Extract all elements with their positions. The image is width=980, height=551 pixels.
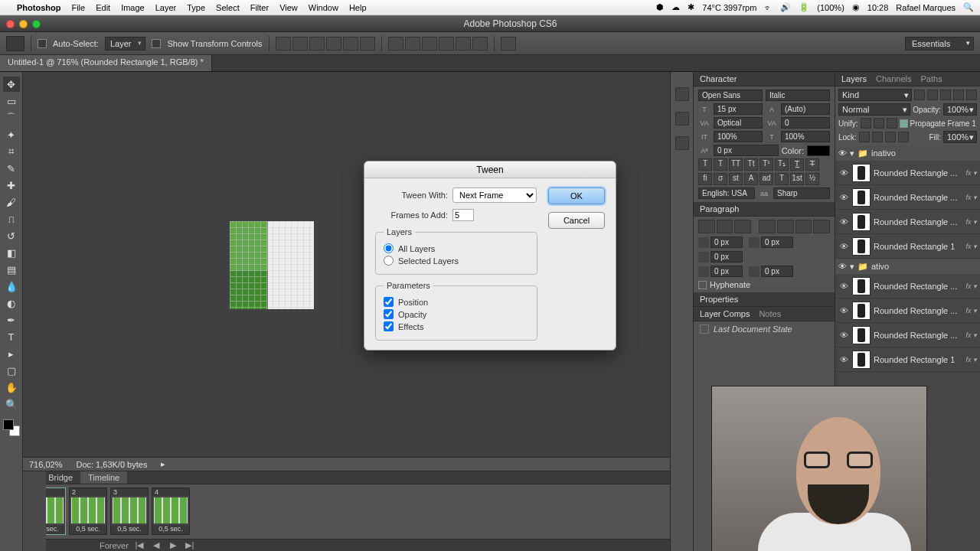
dist-right-icon[interactable] <box>472 37 488 51</box>
align-hcenter-icon[interactable] <box>343 37 358 51</box>
justify-left-button[interactable] <box>759 220 776 233</box>
align-right-button[interactable] <box>734 220 751 233</box>
eye-icon[interactable]: 👁 <box>838 193 849 202</box>
lasso-tool[interactable]: ⌒ <box>3 110 20 126</box>
indent-first[interactable]: 0 px <box>710 251 743 262</box>
eye-icon[interactable]: 👁 <box>838 148 847 158</box>
gradient-tool[interactable]: ▤ <box>3 262 20 277</box>
bold-button[interactable]: T <box>698 158 712 171</box>
subscript-button[interactable]: T₁ <box>775 158 789 171</box>
underline-button[interactable]: T̲ <box>790 158 804 171</box>
filter-kind[interactable]: Kind <box>838 89 912 101</box>
zoom-window[interactable] <box>32 20 41 28</box>
menu-help[interactable]: Help <box>349 3 367 12</box>
eye-icon[interactable]: 👁 <box>838 168 849 178</box>
dist-top-icon[interactable] <box>388 37 403 51</box>
unify-visibility-icon[interactable] <box>874 118 884 129</box>
space-before[interactable]: 0 px <box>710 266 743 277</box>
wifi-icon[interactable]: ᯤ <box>764 3 773 12</box>
ok-button[interactable]: OK <box>548 187 605 204</box>
unify-style-icon[interactable] <box>887 118 897 129</box>
shape-tool[interactable]: ▢ <box>3 363 20 378</box>
minimize-window[interactable] <box>19 20 28 28</box>
align-center-button[interactable] <box>717 220 733 233</box>
color-swatches[interactable] <box>3 419 20 436</box>
menu-view[interactable]: View <box>279 3 298 12</box>
menu-window[interactable]: Window <box>309 3 338 12</box>
frame-2[interactable]: 2 0,5 sec. <box>69 487 107 535</box>
play-icon[interactable]: ▶ <box>167 540 179 550</box>
fill-field[interactable]: 100% <box>943 131 977 143</box>
opacity-checkbox[interactable] <box>384 309 394 319</box>
stamp-tool[interactable]: ⎍ <box>3 211 20 227</box>
layer-item[interactable]: 👁Rounded Rectangle ...fx ▾ <box>835 210 980 234</box>
align-left-button[interactable] <box>698 220 715 233</box>
opacity-field[interactable]: 100% <box>943 103 977 116</box>
dropbox-icon[interactable]: ⬢ <box>656 2 664 12</box>
layercomp-apply-icon[interactable] <box>700 324 709 334</box>
dist-left-icon[interactable] <box>439 37 454 51</box>
font-family[interactable]: Open Sans <box>698 90 763 101</box>
justify-right-button[interactable] <box>795 220 812 233</box>
menu-image[interactable]: Image <box>121 3 145 12</box>
cloud-icon[interactable]: ☁ <box>671 2 680 12</box>
layer-thumb[interactable] <box>852 164 871 182</box>
justify-center-button[interactable] <box>777 220 794 233</box>
type-tool[interactable]: T <box>3 329 20 344</box>
align-right-icon[interactable] <box>360 37 375 51</box>
dodge-tool[interactable]: ◐ <box>3 295 20 311</box>
status-arrow-icon[interactable]: ▸ <box>161 459 165 469</box>
hand-tool[interactable]: ✋ <box>3 380 20 395</box>
clock[interactable]: 10:28 <box>867 3 889 12</box>
menu-select[interactable]: Select <box>216 3 240 12</box>
history-panel-icon[interactable] <box>675 87 689 101</box>
position-checkbox[interactable] <box>384 297 394 307</box>
dist-vcenter-icon[interactable] <box>405 37 420 51</box>
layercomps-row[interactable]: Last Document State <box>694 321 835 337</box>
hyphenate-checkbox[interactable] <box>698 281 707 289</box>
brush-tool[interactable]: 🖌 <box>3 194 20 210</box>
lock-position-icon[interactable] <box>885 132 896 142</box>
menu-file[interactable]: File <box>71 3 85 12</box>
battery-icon[interactable]: 🔋 <box>799 2 809 12</box>
layer-item[interactable]: 👁Rounded Rectangle ...fx ▾ <box>835 185 980 210</box>
cancel-button[interactable]: Cancel <box>548 212 605 229</box>
disclosure-icon[interactable]: ▾ <box>850 262 854 272</box>
tool-presets-panel-icon[interactable] <box>675 136 689 150</box>
indent-left[interactable]: 0 px <box>710 236 743 248</box>
layer-item[interactable]: 👁Rounded Rectangle ...fx ▾ <box>835 161 980 185</box>
first-frame-icon[interactable]: |◀ <box>133 540 145 550</box>
actions-panel-icon[interactable] <box>675 112 689 126</box>
zoom-level[interactable]: 716,02% <box>29 460 62 469</box>
timeline-tab[interactable]: Timeline <box>80 471 127 484</box>
eyedropper-tool[interactable]: ✎ <box>3 161 20 176</box>
layer-group[interactable]: 👁▾📁ativo <box>835 259 980 274</box>
3d-mode-icon[interactable] <box>501 37 516 51</box>
propagate-checkbox[interactable] <box>900 119 908 128</box>
show-transform-checkbox[interactable] <box>152 39 161 48</box>
layers-tab[interactable]: Layers <box>841 74 867 83</box>
document-tab[interactable]: Untitled-1 @ 716% (Rounded Rectangle 1, … <box>0 55 212 71</box>
hscale[interactable]: 100% <box>781 131 830 142</box>
app-menu[interactable]: Photoshop <box>17 3 60 12</box>
lock-transparent-icon[interactable] <box>859 132 870 142</box>
dist-hcenter-icon[interactable] <box>456 37 471 51</box>
eye-icon[interactable]: 👁 <box>838 262 847 271</box>
history-brush-tool[interactable]: ↺ <box>3 228 20 243</box>
pen-tool[interactable]: ✒ <box>3 312 20 328</box>
marquee-tool[interactable]: ▭ <box>3 93 20 109</box>
layer-group[interactable]: 👁▾📁inativo <box>835 145 980 161</box>
user-name[interactable]: Rafael Marques <box>896 3 956 12</box>
menu-filter[interactable]: Filter <box>250 3 269 12</box>
close-window[interactable] <box>6 20 15 28</box>
sync-icon[interactable]: ◉ <box>852 2 860 12</box>
layer-item[interactable]: 👁Rounded Rectangle ...fx ▾ <box>835 274 980 298</box>
tool-preset[interactable] <box>6 36 24 51</box>
path-select-tool[interactable]: ▸ <box>3 346 20 361</box>
superscript-button[interactable]: T¹ <box>760 158 773 171</box>
align-bottom-icon[interactable] <box>309 37 325 51</box>
eraser-tool[interactable]: ◧ <box>3 245 20 260</box>
text-color-swatch[interactable] <box>807 145 830 156</box>
channels-tab[interactable]: Channels <box>876 74 911 83</box>
strike-button[interactable]: T̶ <box>805 158 819 171</box>
